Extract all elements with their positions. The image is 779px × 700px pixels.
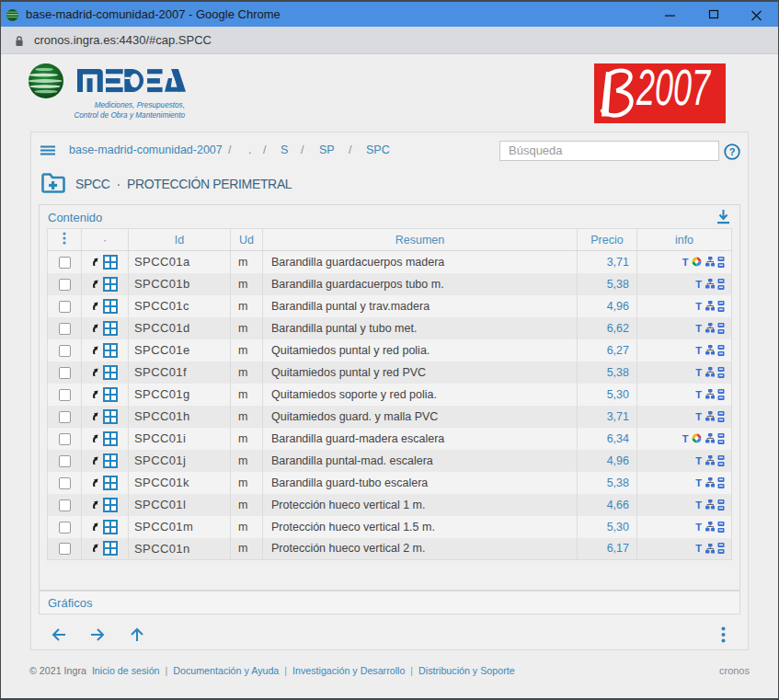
svg-text:2007: 2007: [636, 63, 711, 116]
svg-text:?: ?: [729, 146, 736, 157]
